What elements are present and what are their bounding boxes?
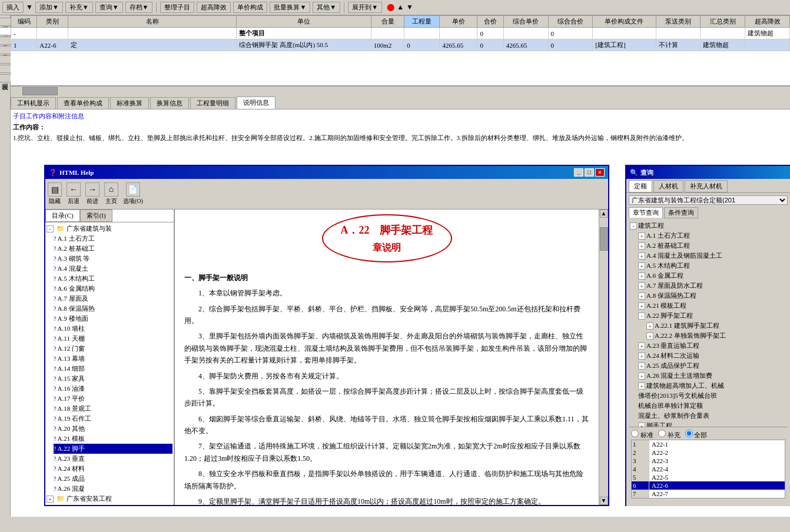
chapter-search-tab[interactable]: 章节查询 (629, 207, 663, 218)
add-btn[interactable]: 添加▼ (35, 2, 63, 13)
expand-icon[interactable]: + (638, 363, 645, 370)
radio-standard[interactable]: 标准 (631, 430, 653, 440)
collapse-icon[interactable]: - (47, 225, 54, 232)
sidebar-item-cost[interactable]: 费用汇总 (0, 65, 11, 73)
right-tree-scaffold[interactable]: +脚手工程 (637, 421, 788, 427)
back-btn[interactable]: ← 后退 (67, 182, 81, 205)
query-btn[interactable]: 查询▼ (95, 2, 123, 13)
right-tree-a4[interactable]: +A.4 混凝土及钢筋混凝土工 (637, 251, 788, 261)
condition-search-tab[interactable]: 条件查询 (664, 207, 698, 218)
h-scrollbar[interactable] (11, 86, 790, 95)
sort-btn[interactable]: 整理子目 (160, 2, 194, 13)
tree-item-municipal[interactable]: + 📁 广东省市政工程 (47, 504, 172, 505)
table-row[interactable]: - 整个项目 0 0 建筑物超 (11, 28, 790, 39)
collapse-icon[interactable]: - (630, 222, 637, 230)
code-item-a22-7[interactable]: A22-7 (649, 490, 670, 498)
code-item-a22-4[interactable]: A22-4 (649, 465, 670, 473)
right-tree-foshan[interactable]: 佛塔价[2013]5号文机械台班 (637, 391, 788, 401)
expand-icon[interactable]: + (646, 332, 653, 340)
table-row[interactable]: 1 A22-6 定 综合钢脚手架 高度(m以内) 50.5 100m2 0 42… (11, 39, 790, 51)
tree-item-a17[interactable]: ? A.17 平价 (54, 394, 172, 404)
tree-item-a1[interactable]: ? A.1 土石方工 (54, 234, 172, 244)
tab-materials-query[interactable]: 人材机 (653, 180, 683, 192)
expand-icon[interactable]: + (638, 292, 645, 300)
tab-materials[interactable]: 工料机显示 (11, 97, 56, 109)
sidebar-item-overview[interactable]: 工程概况 (0, 18, 11, 26)
expand-icon[interactable]: + (646, 322, 653, 330)
fill-btn[interactable]: 补充▼ (65, 2, 93, 13)
tree-item-a10[interactable]: ? A.10 墙柱 (54, 324, 172, 334)
tree-item-install[interactable]: + 📁 广东省安装工程 (47, 494, 172, 504)
collapse-icon[interactable]: - (638, 312, 645, 320)
code-item-a22-6[interactable]: A22-6 (649, 481, 670, 490)
tab-calc-info[interactable]: 换算信息 (150, 97, 189, 109)
code-list[interactable]: 1 A22-1 2 A22-2 3 A22-3 4 A22-4 5 A22- (631, 440, 785, 498)
tree-item-a23[interactable]: ? A.23 垂直 (54, 454, 172, 464)
home-btn[interactable]: ⌂ 主页 (104, 182, 118, 205)
expand-icon[interactable]: + (638, 423, 645, 427)
forward-btn[interactable]: → 前进 (85, 182, 99, 205)
tree-item-a20[interactable]: ? A.20 其他 (54, 424, 172, 434)
code-item-a22-1[interactable]: A22-1 (649, 440, 670, 448)
insert-btn[interactable]: 插入 (2, 2, 24, 13)
expand-icon[interactable]: + (638, 343, 645, 350)
expand-icon[interactable]: + (638, 353, 645, 360)
sidebar-item-parts[interactable]: 分部分项 (0, 27, 11, 35)
expand-icon[interactable]: + (638, 373, 645, 380)
sidebar-item-measures[interactable]: 措施项目 (0, 36, 11, 45)
right-tree-mech[interactable]: 机械台班单独计算定额 (637, 401, 788, 411)
right-tree-a26[interactable]: +A.26 混凝土主送增加费 (637, 371, 788, 381)
scroll-up-btn[interactable]: ▲ (600, 210, 608, 218)
tree-item-a2[interactable]: ? A.2 桩基础工 (54, 244, 172, 254)
tab-supplement[interactable]: 补充人材机 (685, 180, 728, 192)
sidebar-item-report[interactable]: 报表 (0, 74, 11, 82)
right-query-tree[interactable]: -建筑工程 +A.1 土石方工程 +A.2 桩基础工程 +A.4 混凝土及钢筋混… (629, 221, 788, 427)
tree-item-a13[interactable]: ? A.13 幕墙 (54, 354, 172, 364)
expand-icon[interactable]: + (638, 252, 645, 260)
right-tree-a22-2[interactable]: +A.22.2 单独装饰脚手架工 (645, 331, 788, 341)
right-tree-surcharge[interactable]: +建筑物超高增加人工、机械 (637, 381, 788, 391)
right-tree-a7[interactable]: +A.7 屋面及防水工程 (637, 281, 788, 291)
right-tree-a2[interactable]: +A.2 桩基础工程 (637, 241, 788, 251)
tab-unit-price[interactable]: 查看单价构成 (57, 97, 109, 109)
save-btn[interactable]: 存档▼ (125, 2, 153, 13)
tree-item-a6[interactable]: ? A.6 金属结构 (54, 284, 172, 294)
tree-item-a15[interactable]: ? A.15 家具 (54, 374, 172, 384)
surcharge-btn[interactable]: 超高降效 (197, 2, 231, 13)
right-tree-a24[interactable]: +A.24 材料二次运输 (637, 351, 788, 361)
tree-item-a24[interactable]: ? A.24 材料 (54, 464, 172, 474)
other-btn[interactable]: 其他▼ (313, 2, 340, 13)
tree-item-root[interactable]: - 📁 广东省建筑与装 (47, 224, 172, 234)
right-tree-a8[interactable]: +A.8 保温隔热工程 (637, 291, 788, 301)
right-tree-building[interactable]: -建筑工程 (629, 221, 788, 231)
expand-icon[interactable]: + (638, 242, 645, 250)
batch-calc-btn[interactable]: 批量换算▼ (270, 2, 310, 13)
radio-supplement[interactable]: 补充 (658, 430, 681, 440)
scroll-down-btn[interactable]: ▼ (600, 497, 608, 505)
minimize-btn[interactable]: _ (574, 168, 583, 177)
sidebar-item-other[interactable]: 其他项目 (0, 46, 11, 54)
tree-item-a16[interactable]: ? A.16 油漆 (54, 384, 172, 394)
tab-index[interactable]: 索引(I) (80, 210, 112, 222)
expand-icon[interactable]: + (638, 272, 645, 280)
expand-icon[interactable]: + (638, 383, 645, 390)
tree-item-a4[interactable]: ? A.4 混凝土 (54, 264, 172, 274)
code-item-a22-5[interactable]: A22-5 (649, 473, 670, 481)
right-tree-a5[interactable]: +A.5 木结构工程 (637, 261, 788, 271)
right-tree-a22[interactable]: -A.22 脚手架工程 (637, 311, 788, 321)
tree-item-a18[interactable]: ? A.18 景观工 (54, 404, 172, 414)
radio-all[interactable]: 全部 (685, 430, 708, 440)
tree-item-a3[interactable]: ? A.3 砌筑 等 (54, 254, 172, 264)
tree-item-a7[interactable]: ? A.7 屋面及 (54, 294, 172, 304)
tree-item-a8[interactable]: ? A.8 保温隔热 (54, 304, 172, 314)
expand-icon[interactable]: + (638, 232, 645, 240)
right-tree-a6[interactable]: +A.6 金属工程 (637, 271, 788, 281)
unit-price-btn[interactable]: 单价构成 (233, 2, 267, 13)
tree-item-a25[interactable]: ? A.25 成品 (54, 474, 172, 484)
sidebar-item-materials[interactable]: 人材机汇总 (0, 55, 11, 64)
hide-btn[interactable]: ▤ 隐藏 (48, 182, 62, 205)
right-tree-a22-1[interactable]: +A.22.1 建筑脚手架工程 (645, 321, 788, 331)
expand-icon[interactable]: + (638, 302, 645, 310)
help-tree[interactable]: - 📁 广东省建筑与装 ? A.1 土石方工 ? A.2 桩基础工 ? A.3 … (45, 222, 174, 505)
tree-item-a5[interactable]: ? A.5 木结构工 (54, 274, 172, 284)
